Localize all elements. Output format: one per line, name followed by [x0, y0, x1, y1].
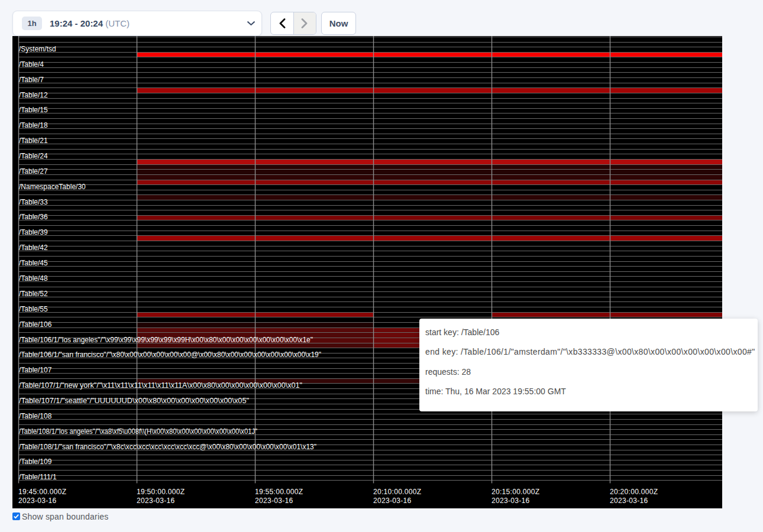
svg-text:/Table/27: /Table/27: [19, 167, 48, 176]
svg-text:/Table/24: /Table/24: [19, 152, 48, 160]
svg-text:19:50:00.000Z: 19:50:00.000Z: [137, 488, 185, 496]
svg-text:/Table/39: /Table/39: [19, 228, 48, 236]
svg-text:20:15:00.000Z: 20:15:00.000Z: [492, 488, 539, 496]
svg-text:/Table/18: /Table/18: [19, 121, 48, 129]
svg-text:/Table/48: /Table/48: [19, 274, 48, 283]
svg-text:2023-03-16: 2023-03-16: [610, 497, 648, 505]
svg-text:/Table/107: /Table/107: [19, 366, 52, 374]
svg-text:/Table/107/1/"seattle"/"UUUUUU: /Table/107/1/"seattle"/"UUUUUUD\x00\x80\…: [19, 397, 249, 405]
svg-text:19:55:00.000Z: 19:55:00.000Z: [255, 488, 303, 496]
svg-text:/Table/107/1/"new york"/"\x11\: /Table/107/1/"new york"/"\x11\x11\x11\x1…: [19, 381, 302, 390]
svg-text:/Table/108/1/"san francisco"/": /Table/108/1/"san francisco"/"\x8c\xcc\x…: [19, 443, 316, 451]
svg-text:/Table/55: /Table/55: [19, 305, 48, 313]
svg-text:2023-03-16: 2023-03-16: [255, 497, 293, 505]
svg-text:/Table/36: /Table/36: [19, 213, 48, 221]
svg-text:/Table/45: /Table/45: [19, 259, 48, 267]
svg-text:2023-03-16: 2023-03-16: [137, 497, 174, 505]
svg-text:/Table/42: /Table/42: [19, 244, 48, 252]
svg-text:/NamespaceTable/30: /NamespaceTable/30: [19, 183, 86, 191]
svg-text:2023-03-16: 2023-03-16: [492, 497, 529, 505]
svg-text:/Table/21: /Table/21: [19, 137, 48, 145]
svg-text:19:45:00.000Z: 19:45:00.000Z: [18, 488, 66, 496]
svg-text:2023-03-16: 2023-03-16: [18, 497, 56, 505]
svg-text:/Table/106/1/"los angeles"/"\x: /Table/106/1/"los angeles"/"\x99\x99\x99…: [19, 336, 313, 344]
svg-text:2023-03-16: 2023-03-16: [373, 497, 411, 505]
svg-text:/Table/4: /Table/4: [19, 60, 44, 69]
svg-text:/Table/7: /Table/7: [19, 76, 44, 84]
svg-text:/Table/109: /Table/109: [19, 458, 52, 466]
svg-text:/Table/106/1/"san francisco"/": /Table/106/1/"san francisco"/"\x80\x00\x…: [19, 351, 321, 359]
svg-text:/Table/52: /Table/52: [19, 290, 48, 298]
svg-text:/Table/12: /Table/12: [19, 91, 48, 99]
svg-text:/Table/108: /Table/108: [19, 412, 52, 420]
svg-text:/Table/33: /Table/33: [19, 198, 48, 206]
svg-text:20:20:00.000Z: 20:20:00.000Z: [610, 488, 658, 496]
svg-text:/Table/106: /Table/106: [19, 320, 52, 329]
svg-text:/Table/15: /Table/15: [19, 106, 48, 114]
svg-text:/System/tsd: /System/tsd: [19, 45, 56, 53]
svg-text:/Table/108/1/"los angeles"/"\x: /Table/108/1/"los angeles"/"\xa8\xf5\u00…: [19, 427, 257, 436]
svg-text:20:10:00.000Z: 20:10:00.000Z: [373, 488, 421, 496]
svg-text:/Table/111/1: /Table/111/1: [19, 473, 57, 481]
